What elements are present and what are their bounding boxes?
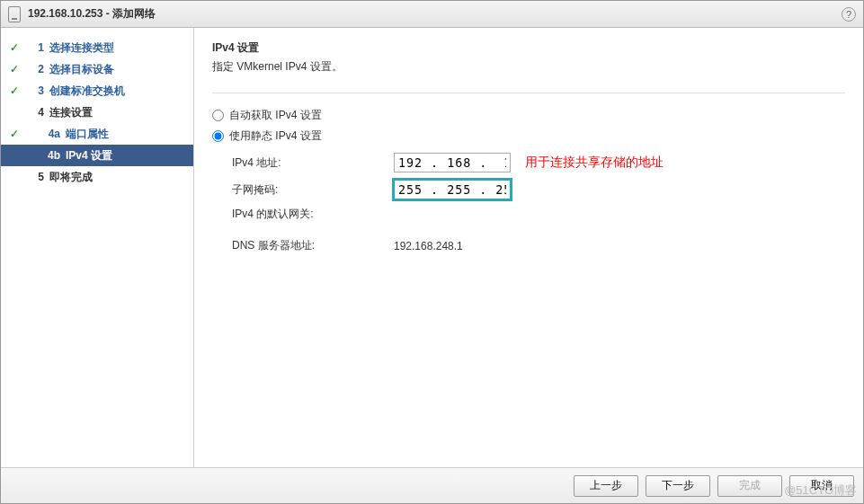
step-1[interactable]: ✓ 1 选择连接类型 (1, 37, 193, 58)
step-5[interactable]: 5 即将完成 (1, 166, 193, 188)
page-title: IPv4 设置 (212, 40, 845, 56)
label-subnet: 子网掩码: (232, 182, 394, 198)
value-dns: 192.168.248.1 (394, 240, 463, 252)
annotation-text: 用于连接共享存储的地址 (525, 155, 664, 171)
divider (212, 93, 845, 93)
host-icon (8, 6, 21, 22)
finish-button: 完成 (717, 475, 782, 497)
wizard-content: IPv4 设置 指定 VMkernel IPv4 设置。 自动获取 IPv4 设… (194, 28, 863, 467)
dialog-footer: 上一步 下一步 完成 取消 @51CTO博客 (1, 467, 863, 503)
check-icon: ✓ (8, 128, 21, 140)
wizard-steps-sidebar: ✓ 1 选择连接类型 ✓ 2 选择目标设备 ✓ 3 创建标准交换机 4 连接设置… (1, 28, 194, 467)
cancel-button[interactable]: 取消 (789, 475, 854, 497)
radio-static-input[interactable] (212, 130, 224, 142)
help-icon[interactable]: ? (842, 7, 856, 22)
next-button[interactable]: 下一步 (646, 475, 710, 497)
step-4[interactable]: 4 连接设置 (1, 102, 193, 123)
titlebar: 192.168.10.253 - 添加网络 ? (1, 1, 863, 28)
check-icon: ✓ (8, 41, 21, 54)
check-icon: ✓ (8, 84, 21, 97)
radio-auto-label: 自动获取 IPv4 设置 (229, 108, 322, 123)
step-4a[interactable]: ✓ 4a 端口属性 (1, 123, 193, 145)
radio-auto-input[interactable] (212, 110, 224, 121)
dialog-body: ✓ 1 选择连接类型 ✓ 2 选择目标设备 ✓ 3 创建标准交换机 4 连接设置… (1, 28, 863, 467)
dialog-window: 192.168.10.253 - 添加网络 ? ✓ 1 选择连接类型 ✓ 2 选… (0, 0, 864, 504)
step-2[interactable]: ✓ 2 选择目标设备 (1, 58, 193, 80)
page-subtitle: 指定 VMkernel IPv4 设置。 (212, 59, 845, 75)
row-dns: DNS 服务器地址: 192.168.248.1 (232, 238, 845, 253)
check-icon: ✓ (8, 63, 21, 75)
row-subnet: 子网掩码: (232, 180, 845, 199)
step-4b[interactable]: 4b IPv4 设置 (1, 145, 193, 166)
back-button[interactable]: 上一步 (574, 475, 638, 497)
step-3[interactable]: ✓ 3 创建标准交换机 (1, 80, 193, 102)
label-gateway: IPv4 的默认网关: (232, 207, 394, 222)
label-dns: DNS 服务器地址: (232, 238, 394, 253)
radio-static-label: 使用静态 IPv4 设置 (229, 128, 322, 144)
static-ip-form: IPv4 地址: 用于连接共享存储的地址 子网掩码: IPv4 的默认网关: D… (232, 153, 845, 253)
label-ipv4: IPv4 地址: (232, 155, 394, 171)
radio-static-ipv4[interactable]: 使用静态 IPv4 设置 (212, 128, 845, 144)
input-ipv4-address[interactable] (394, 153, 511, 172)
row-gateway: IPv4 的默认网关: (232, 207, 845, 222)
row-ipv4-address: IPv4 地址: 用于连接共享存储的地址 (232, 153, 845, 172)
window-title: 192.168.10.253 - 添加网络 (28, 6, 156, 22)
input-subnet-mask[interactable] (394, 180, 511, 199)
radio-auto-ipv4[interactable]: 自动获取 IPv4 设置 (212, 108, 845, 123)
